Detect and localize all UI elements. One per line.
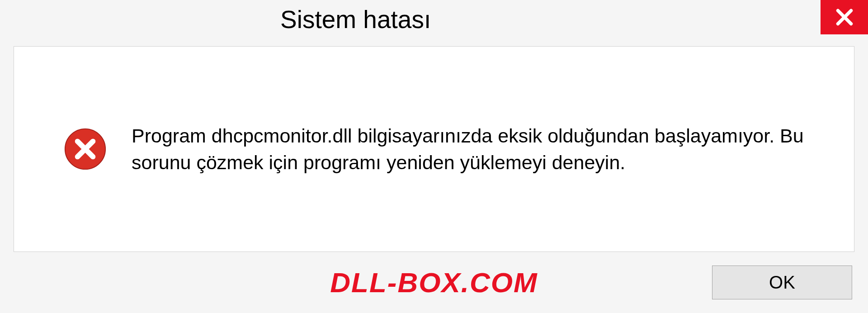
error-message: Program dhcpcmonitor.dll bilgisayarınızd…: [132, 123, 818, 175]
close-icon: [833, 6, 856, 28]
dialog-title: Sistem hatası: [280, 5, 431, 34]
close-button[interactable]: [821, 0, 868, 34]
error-icon: [64, 128, 107, 171]
ok-button-label: OK: [769, 272, 795, 293]
titlebar: Sistem hatası: [0, 0, 868, 39]
dialog-footer: DLL-BOX.COM OK: [0, 252, 868, 313]
ok-button[interactable]: OK: [712, 266, 852, 299]
content-panel: Program dhcpcmonitor.dll bilgisayarınızd…: [14, 46, 854, 252]
error-dialog: Sistem hatası Program dhcpcmonitor.dll b…: [0, 0, 868, 313]
watermark-text: DLL-BOX.COM: [330, 266, 538, 299]
